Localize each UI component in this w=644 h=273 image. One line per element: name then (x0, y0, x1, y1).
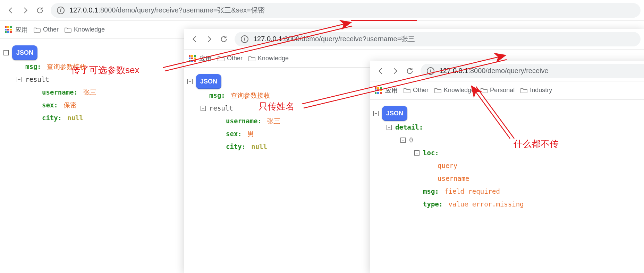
back-button[interactable] (373, 64, 388, 78)
folder-icon (248, 55, 256, 62)
url-host: 127.0.0.1 (69, 6, 98, 14)
bookmark-folder[interactable]: Other (33, 26, 59, 33)
url-path: /demo/query/receive?username=张三&sex=保密 (116, 6, 264, 15)
json-index: 0 (409, 134, 413, 147)
json-badge: JSON (382, 106, 407, 121)
json-value: 保密 (63, 99, 77, 112)
reload-button[interactable] (217, 32, 231, 46)
address-bar[interactable]: 127.0.0.1:8000/demo/query/receive?userna… (51, 3, 641, 18)
apps-shortcut[interactable]: 应用 (189, 54, 212, 63)
json-value: null (67, 112, 83, 124)
folder-icon (520, 87, 528, 94)
toolbar: 127.0.0.1:8000/demo/query/receive hat (370, 61, 644, 81)
collapse-icon[interactable]: − (414, 150, 420, 156)
folder-icon (64, 27, 72, 33)
url-port: :8000 (468, 67, 485, 75)
folder-icon (33, 27, 41, 33)
address-bar[interactable]: 127.0.0.1:8000/demo/query/receive (421, 64, 644, 78)
collapse-icon[interactable]: − (3, 50, 9, 55)
json-key: result (209, 102, 233, 115)
json-value: 张三 (267, 115, 280, 127)
bookmark-folder[interactable]: Industry (520, 87, 552, 94)
bookmark-folder[interactable]: Other (217, 55, 243, 62)
url-host: 127.0.0.1 (253, 35, 282, 43)
folder-icon (403, 87, 411, 94)
reload-button[interactable] (402, 64, 417, 78)
bookmark-folder[interactable]: Personal (480, 87, 515, 94)
folder-icon (217, 55, 225, 62)
bookmark-folder[interactable]: Other (403, 87, 429, 94)
json-value: null (251, 140, 267, 153)
folder-icon (480, 87, 488, 94)
apps-shortcut[interactable]: 应用 (5, 26, 28, 34)
bookmark-folder[interactable]: Knowledge (64, 26, 105, 33)
url-port: :8000 (282, 35, 299, 43)
apps-icon (375, 87, 382, 94)
json-value: 张三 (83, 86, 96, 99)
json-key: city (226, 140, 242, 153)
json-key: type (423, 198, 439, 211)
json-value: field required (444, 185, 500, 198)
json-key: result (25, 73, 49, 86)
folder-icon (434, 87, 442, 94)
url-path: /demo/query/receive (485, 67, 548, 75)
json-key: msg (209, 89, 221, 102)
toolbar: 127.0.0.1:8000/demo/query/receive?userna… (184, 29, 644, 50)
annotation-underline (351, 20, 417, 21)
bookmark-folder[interactable]: Knowledge (248, 55, 289, 62)
site-info-icon[interactable] (241, 35, 248, 43)
json-value: 查询参数接收 (47, 60, 86, 73)
json-key: loc (423, 147, 435, 159)
json-badge: JSON (196, 74, 221, 89)
bookmarks-bar: 应用 Other Knowledge Personal Industry (370, 81, 644, 99)
forward-button[interactable] (202, 32, 217, 46)
json-key: username (226, 115, 258, 127)
json-key: msg (423, 185, 435, 198)
json-key: sex (226, 127, 238, 140)
browser-window-3: 127.0.0.1:8000/demo/query/receive hat 应用… (370, 61, 644, 273)
json-key: city (42, 112, 58, 124)
back-button[interactable] (187, 32, 202, 46)
url-path: /demo/query/receive?username=张三 (299, 34, 415, 44)
json-value: 男 (247, 127, 254, 140)
json-key: detail (395, 121, 419, 134)
collapse-icon[interactable]: − (187, 79, 193, 84)
apps-icon (189, 55, 196, 62)
forward-button[interactable] (388, 64, 402, 78)
json-badge: JSON (12, 45, 37, 60)
json-value: username (438, 172, 469, 185)
collapse-icon[interactable]: − (387, 125, 392, 130)
collapse-icon[interactable]: − (400, 138, 406, 143)
json-key: sex (42, 99, 54, 112)
toolbar: 127.0.0.1:8000/demo/query/receive?userna… (0, 0, 644, 21)
json-key: msg (25, 60, 37, 73)
collapse-icon[interactable]: − (201, 106, 206, 111)
bookmark-folder[interactable]: Knowledge (434, 87, 475, 94)
json-key: username (42, 86, 74, 99)
site-info-icon[interactable] (57, 7, 65, 14)
json-value: query (438, 159, 457, 172)
url-host: 127.0.0.1 (439, 67, 468, 75)
collapse-icon[interactable]: − (373, 111, 379, 116)
address-bar[interactable]: 127.0.0.1:8000/demo/query/receive?userna… (235, 32, 641, 46)
apps-icon (5, 26, 12, 33)
forward-button[interactable] (18, 3, 33, 18)
apps-shortcut[interactable]: 应用 (375, 86, 398, 95)
json-value: value_error.missing (448, 198, 524, 211)
site-info-icon[interactable] (427, 67, 434, 75)
collapse-icon[interactable]: − (17, 77, 22, 82)
url-port: :8000 (98, 6, 116, 14)
reload-button[interactable] (33, 3, 47, 18)
back-button[interactable] (3, 3, 18, 18)
json-value: 查询参数接收 (231, 89, 270, 102)
json-viewer: −JSON −detail : −0 −loc : query username… (370, 99, 644, 217)
